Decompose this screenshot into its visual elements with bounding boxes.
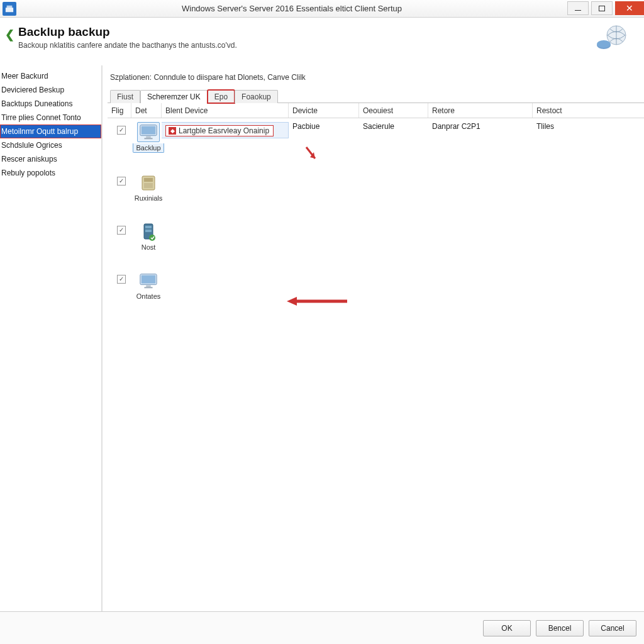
- svg-point-17: [149, 235, 155, 241]
- row-checkbox[interactable]: ✓: [117, 275, 126, 284]
- svg-rect-9: [146, 136, 151, 138]
- maximize-button[interactable]: [591, 1, 613, 15]
- ok-button[interactable]: OK: [483, 620, 531, 636]
- table-row[interactable]: ✓ Backlup ◆ Lartgble Easrvleay Onainip P…: [108, 118, 644, 153]
- tab-epo[interactable]: Epo: [208, 90, 235, 103]
- col-det[interactable]: Det: [131, 103, 162, 118]
- col-restoct[interactable]: Restoct: [533, 103, 644, 118]
- close-button[interactable]: ✕: [615, 1, 644, 15]
- device-label: Nost: [142, 243, 156, 251]
- svg-point-4: [597, 40, 611, 48]
- col-devicte[interactable]: Devicte: [289, 103, 359, 118]
- svg-rect-8: [142, 126, 156, 135]
- svg-marker-6: [310, 152, 315, 158]
- explanation-text: Szplationen: Conndule to diispare hat Dl…: [108, 65, 644, 87]
- svg-rect-19: [142, 275, 156, 284]
- svg-rect-10: [144, 138, 152, 139]
- page-subtitle: Backoup nklatitis canfere andate the bac…: [18, 41, 595, 50]
- sidebar-item-meer-backurd[interactable]: Meer Backurd: [0, 69, 101, 83]
- svg-rect-20: [146, 286, 151, 287]
- cell-devicte: Pacbiue: [289, 122, 359, 131]
- column-headers: Flig Det Blent Device Devicte Oeouiest R…: [108, 103, 644, 118]
- device-label: Ontates: [136, 292, 161, 300]
- shield-icon: ◆: [169, 127, 176, 135]
- sidebar-item-deviciered-beskup[interactable]: Deviciered Beskup: [0, 83, 101, 97]
- svg-rect-13: [144, 183, 153, 188]
- row-checkbox[interactable]: ✓: [117, 226, 126, 235]
- app-icon: [3, 2, 16, 16]
- svg-rect-21: [144, 287, 152, 288]
- svg-rect-16: [145, 230, 152, 232]
- page-title: Backlup backup: [18, 25, 595, 39]
- col-retore[interactable]: Retore: [428, 103, 533, 118]
- cell-restoct: Tliles: [533, 122, 644, 131]
- sidebar: Meer Backurd Deviciered Beskup Backtups …: [0, 65, 103, 611]
- sidebar-item-backtups-duneations[interactable]: Backtups Duneations: [0, 97, 101, 111]
- row-checkbox[interactable]: ✓: [117, 126, 126, 135]
- svg-rect-12: [144, 178, 153, 182]
- device-label: Backlup: [133, 143, 164, 153]
- window-title: Windows Server's Server 2016 Essentials …: [16, 4, 567, 13]
- svg-rect-1: [7, 5, 13, 8]
- page-header: ❮ Backlup backup Backoup nklatitis canfe…: [0, 18, 644, 65]
- sidebar-item-tirre-plies[interactable]: Tirre plies Connet Tonto: [0, 111, 101, 125]
- col-request[interactable]: Oeouiest: [359, 103, 428, 118]
- device-label: Ruxinials: [135, 194, 163, 202]
- drive-icon: [137, 173, 160, 193]
- sidebar-item-schdslule[interactable]: Schdslule Ogrices: [0, 138, 101, 152]
- cell-request: Sacierule: [359, 122, 428, 131]
- cell-retore: Danprar C2P1: [428, 122, 533, 131]
- monitor-icon: [137, 271, 160, 291]
- cancel-button[interactable]: Cancel: [589, 620, 636, 636]
- content-pane: Szplationen: Conndule to diispare hat Dl…: [103, 65, 644, 611]
- sidebar-item-rebuly[interactable]: Rebuly popolots: [0, 166, 101, 180]
- svg-rect-0: [6, 8, 13, 12]
- device-name: Lartgble Easrvleay Onainip: [179, 126, 269, 135]
- device-list: ✓ Backlup ◆ Lartgble Easrvleay Onainip P…: [108, 118, 644, 611]
- bencel-button[interactable]: Bencel: [536, 620, 584, 636]
- svg-rect-15: [145, 226, 152, 228]
- minimize-button[interactable]: [567, 1, 589, 15]
- col-device[interactable]: Blent Device: [162, 103, 289, 118]
- tab-fiust[interactable]: Fiust: [110, 90, 140, 103]
- globe-network-icon: [595, 24, 629, 52]
- sidebar-item-rescer[interactable]: Rescer aniskups: [0, 152, 101, 166]
- col-flag[interactable]: Flig: [108, 103, 131, 118]
- tab-foaokup[interactable]: Foaokup: [235, 90, 278, 103]
- table-row[interactable]: ✓ Ruxinials: [108, 169, 644, 202]
- monitor-icon: [137, 122, 160, 142]
- footer: OK Bencel Cancel: [0, 611, 644, 644]
- table-row[interactable]: ✓ Ontates: [108, 267, 644, 300]
- title-bar: Windows Server's Server 2016 Essentials …: [0, 0, 644, 18]
- chevron-back-icon[interactable]: ❮: [5, 28, 14, 42]
- server-icon: [137, 222, 160, 242]
- main-area: Meer Backurd Deviciered Beskup Backtups …: [0, 65, 644, 611]
- table-row[interactable]: ✓ Nost: [108, 218, 644, 251]
- window-buttons: ✕: [567, 0, 644, 17]
- sidebar-item-metoilnmr[interactable]: Metoilnmr Oqutt balrup: [0, 125, 101, 138]
- device-name-tag[interactable]: ◆ Lartgble Easrvleay Onainip: [165, 125, 274, 136]
- row-checkbox[interactable]: ✓: [117, 177, 126, 186]
- tab-row: Fiust Scheremzer UK Epo Foaokup: [108, 87, 644, 103]
- tab-scheremzer[interactable]: Scheremzer UK: [140, 90, 208, 103]
